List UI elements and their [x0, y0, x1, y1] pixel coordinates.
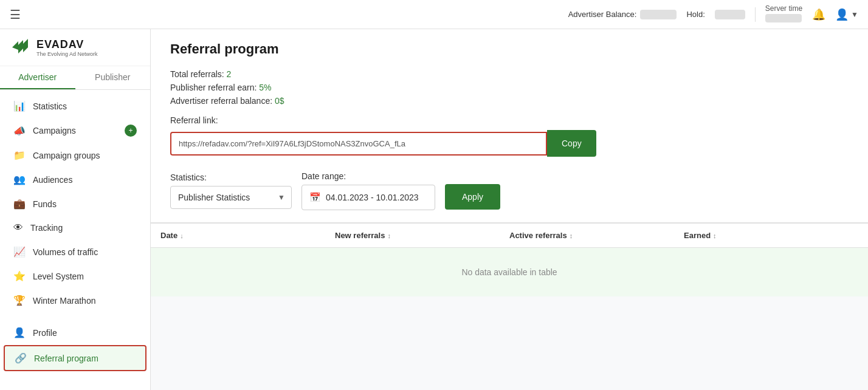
nav-gap [0, 313, 150, 320]
layout: EVADAV The Evolving Ad Network Advertise… [0, 29, 868, 390]
header: ☰ Advertiser Balance: Hold: Server time … [0, 0, 868, 29]
referral-link-row: Copy [170, 130, 849, 157]
sidebar-item-volumes-of-traffic[interactable]: 📈 Volumes of traffic [4, 240, 146, 264]
balance-value [640, 10, 677, 19]
logo-text: EVADAV The Evolving Ad Network [36, 38, 98, 57]
col-earned[interactable]: Earned ↕ [684, 231, 858, 240]
advertiser-balance: Advertiser Balance: [568, 10, 677, 19]
sort-icon-date: ↓ [180, 232, 184, 239]
hold-label: Hold: [686, 10, 704, 19]
sidebar: EVADAV The Evolving Ad Network Advertise… [0, 29, 151, 390]
user-icon[interactable]: 👤 ▼ [835, 8, 858, 21]
referral-link-label: Referral link: [170, 115, 849, 125]
audiences-icon: 👥 [13, 174, 26, 185]
statistics-icon: 📊 [13, 100, 26, 112]
date-range-field: Date range: 📅 04.01.2023 - 10.01.2023 [301, 171, 435, 210]
page-title: Referral program [170, 41, 849, 57]
sidebar-item-funds[interactable]: 💼 Funds [4, 192, 146, 216]
logo-tagline: The Evolving Ad Network [36, 51, 98, 57]
content-header: Referral program Total referrals: 2 Publ… [151, 29, 868, 223]
table-empty-message: No data available in table [151, 248, 868, 296]
tab-advertiser[interactable]: Advertiser [0, 66, 75, 89]
sidebar-item-label: Campaigns [33, 126, 76, 135]
total-referrals-value: 2 [227, 69, 232, 79]
logo-area: EVADAV The Evolving Ad Network [0, 29, 150, 66]
stats-row: Statistics: Publisher Statistics Adverti… [170, 171, 849, 210]
tracking-icon: 👁 [13, 222, 23, 233]
statistics-select-wrapper: Publisher Statistics Advertiser Statisti… [170, 186, 292, 209]
publisher-referral-value: 5% [259, 83, 271, 92]
referral-input-wrapper [170, 132, 547, 156]
sidebar-item-label: Statistics [33, 101, 67, 111]
winter-marathon-icon: 🏆 [13, 295, 26, 306]
sidebar-item-profile[interactable]: 👤 Profile [4, 321, 146, 344]
header-left: ☰ [10, 7, 21, 22]
sidebar-item-tracking[interactable]: 👁 Tracking [4, 216, 146, 239]
sort-icon-earned: ↕ [713, 232, 717, 239]
publisher-referral-line: Publisher referral earn: 5% [170, 83, 849, 92]
sidebar-item-statistics[interactable]: 📊 Statistics [4, 94, 146, 118]
apply-field: Apply [445, 172, 500, 210]
sidebar-item-level-system[interactable]: ⭐ Level System [4, 264, 146, 288]
volumes-icon: 📈 [13, 246, 26, 258]
sidebar-item-label: Profile [33, 328, 57, 338]
sidebar-item-label: Referral program [34, 354, 98, 363]
hold-value [715, 10, 745, 19]
campaigns-badge: + [125, 125, 137, 137]
col-date[interactable]: Date ↓ [160, 231, 335, 240]
sidebar-item-winter-marathon[interactable]: 🏆 Winter Marathon [4, 289, 146, 312]
sidebar-nav: 📊 Statistics 📣 Campaigns + 📁 Campaign gr… [0, 90, 150, 372]
date-range-wrapper[interactable]: 📅 04.01.2023 - 10.01.2023 [301, 185, 435, 210]
bell-icon[interactable]: 🔔 [812, 8, 825, 21]
date-range-label: Date range: [301, 171, 435, 181]
statistics-field: Statistics: Publisher Statistics Adverti… [170, 173, 292, 209]
statistics-select[interactable]: Publisher Statistics Advertiser Statisti… [171, 186, 291, 208]
col-active-referrals[interactable]: Active referrals ↕ [509, 231, 684, 240]
table-section: Date ↓ New referrals ↕ Active referrals … [151, 223, 868, 296]
sidebar-item-label: Winter Marathon [33, 296, 95, 306]
table-header: Date ↓ New referrals ↕ Active referrals … [151, 224, 868, 248]
referral-icon: 🔗 [15, 352, 27, 364]
statistics-label: Statistics: [170, 173, 292, 182]
total-referrals-line: Total referrals: 2 [170, 69, 849, 79]
col-new-referrals[interactable]: New referrals ↕ [335, 231, 509, 240]
menu-icon[interactable]: ☰ [10, 7, 21, 22]
tab-bar: Advertiser Publisher [0, 66, 150, 90]
sidebar-item-label: Level System [33, 272, 84, 281]
sidebar-item-label: Campaign groups [33, 151, 100, 160]
advertiser-referral-line: Advertiser referral balance: 0$ [170, 96, 849, 106]
funds-icon: 💼 [13, 198, 26, 210]
referral-input[interactable] [171, 133, 546, 154]
sidebar-item-campaign-groups[interactable]: 📁 Campaign groups [4, 143, 146, 167]
campaign-groups-icon: 📁 [13, 149, 26, 161]
sort-icon-new-referrals: ↕ [387, 232, 391, 239]
copy-button[interactable]: Copy [547, 130, 596, 157]
campaigns-icon: 📣 [13, 125, 26, 137]
server-time: Server time [765, 4, 802, 24]
logo-name: EVADAV [36, 38, 98, 51]
advertiser-referral-value: 0$ [275, 96, 284, 106]
header-divider [755, 7, 756, 22]
profile-icon: 👤 [13, 327, 26, 338]
calendar-icon: 📅 [309, 192, 321, 203]
sidebar-item-label: Funds [33, 199, 57, 209]
server-time-value [765, 14, 802, 22]
sort-icon-active-referrals: ↕ [570, 232, 573, 239]
main-content: Referral program Total referrals: 2 Publ… [151, 29, 868, 390]
sidebar-item-label: Volumes of traffic [33, 247, 98, 257]
sidebar-item-referral-program[interactable]: 🔗 Referral program [4, 345, 146, 371]
sidebar-item-label: Audiences [33, 175, 72, 185]
date-range-value: 04.01.2023 - 10.01.2023 [326, 193, 419, 202]
tab-publisher[interactable]: Publisher [75, 66, 151, 89]
svg-marker-0 [12, 39, 28, 53]
sidebar-item-label: Tracking [30, 223, 63, 233]
logo-icon [10, 36, 32, 58]
apply-button[interactable]: Apply [445, 184, 500, 210]
sidebar-item-campaigns[interactable]: 📣 Campaigns + [4, 118, 146, 143]
level-system-icon: ⭐ [13, 270, 26, 282]
sidebar-item-audiences[interactable]: 👥 Audiences [4, 168, 146, 191]
